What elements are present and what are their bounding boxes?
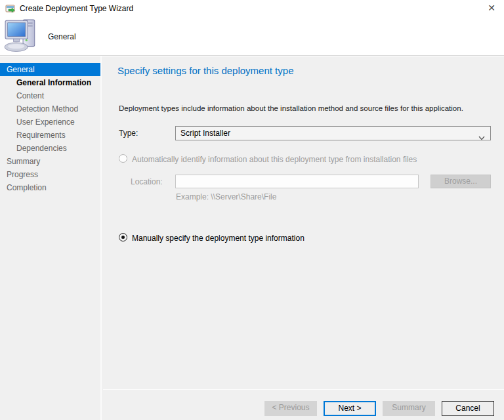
sidebar-item-general: General [0,63,100,76]
sidebar-item-general-information: General Information [0,76,100,89]
location-label: Location: [131,177,163,186]
sidebar-item-dependencies: Dependencies [0,142,100,155]
chevron-down-icon [478,131,485,136]
wizard-main-panel: Specify settings for this deployment typ… [103,56,504,420]
sidebar-item-progress: Progress [0,168,100,181]
type-dropdown-value: Script Installer [180,129,230,138]
manual-specify-radio[interactable] [119,233,127,242]
page-heading: Specify settings for this deployment typ… [117,65,293,76]
page-description: Deployment types include information abo… [119,104,463,112]
auto-identify-radio-label: Automatically identify information about… [132,155,417,164]
wizard-steps-sidebar: General General Information Content Dete… [0,56,102,420]
type-dropdown[interactable]: Script Installer [175,126,491,140]
previous-button: < Previous [264,401,317,416]
sidebar-item-completion: Completion [0,181,100,194]
close-icon[interactable]: ✕ [484,1,499,14]
summary-button: Summary [383,401,435,416]
computer-icon [4,18,39,53]
current-page-title: General [48,32,76,41]
manual-specify-radio-label[interactable]: Manually specify the deployment type inf… [132,234,304,243]
location-example-text: Example: \\Server\Share\File [176,192,276,201]
next-button[interactable]: Next > [324,401,376,416]
sidebar-item-content: Content [0,89,100,102]
wizard-header: General [0,17,504,56]
type-label: Type: [119,129,138,138]
location-input [175,175,419,188]
sidebar-item-detection-method: Detection Method [0,102,100,116]
sidebar-item-user-experience: User Experience [0,116,100,129]
browse-button: Browse... [430,175,491,188]
window-title: Create Deployment Type Wizard [20,4,133,13]
sidebar-item-summary: Summary [0,155,100,168]
wizard-body: General General Information Content Dete… [0,56,504,420]
title-bar: Create Deployment Type Wizard ✕ [0,0,504,17]
wizard-footer: < Previous Next > Summary Cancel [103,389,504,420]
wizard-window-icon [5,3,16,14]
auto-identify-radio [119,154,127,163]
sidebar-item-requirements: Requirements [0,129,100,142]
cancel-button[interactable]: Cancel [442,401,494,416]
